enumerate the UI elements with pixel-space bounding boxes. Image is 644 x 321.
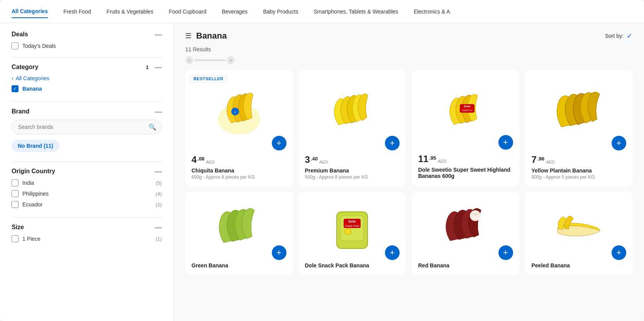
price-main-1: 4 — [192, 154, 197, 165]
brand-search-input[interactable] — [12, 120, 162, 134]
add-button-4[interactable]: + — [612, 136, 626, 150]
banana-image-2 — [325, 88, 379, 139]
svg-text:C: C — [234, 111, 236, 113]
philippines-label: Philippines — [22, 191, 49, 197]
price-main-2: 3 — [305, 154, 310, 165]
brand-collapse-icon[interactable]: — — [155, 108, 162, 115]
today-deals-filter[interactable]: Today's Deals — [12, 42, 162, 49]
add-button-2[interactable]: + — [385, 136, 400, 150]
size-title: Size — [12, 224, 24, 231]
ecuador-count: (2) — [156, 202, 162, 208]
deals-title: Deals — [12, 31, 28, 38]
origin-india[interactable]: India (5) — [12, 179, 162, 186]
banana-checkbox-checked[interactable] — [12, 85, 19, 92]
content-header: ☰ Banana Sort by: ✓ — [185, 31, 632, 41]
nav-electronics[interactable]: Electronics & A — [414, 5, 450, 18]
product-price-1: 4 .08 AED — [192, 154, 286, 165]
back-chevron-icon: ‹ — [12, 75, 14, 81]
no-brand-label: No Brand (11) — [12, 140, 59, 152]
scroll-bar — [195, 59, 225, 61]
product-image-7: + — [418, 198, 513, 260]
size-1piece[interactable]: 1 Piece (1) — [12, 235, 162, 242]
nav-fresh-food[interactable]: Fresh Food — [63, 5, 91, 18]
nav-beverages[interactable]: Beverages — [222, 5, 247, 18]
sort-bar: Sort by: ✓ — [605, 32, 632, 40]
product-card-2: + 3 .40 AED Premium Banana 500g - Approx… — [299, 70, 406, 186]
nav-all-categories[interactable]: All Categories — [12, 5, 48, 18]
divider-2 — [12, 101, 162, 102]
nav-food-cupboard[interactable]: Food Cupboard — [169, 5, 206, 18]
svg-text:Dole: Dole — [464, 105, 471, 108]
size-collapse-icon[interactable]: — — [155, 224, 162, 231]
size-header: Size — — [12, 224, 162, 231]
product-card-1: BESTSELLER C + — [185, 70, 293, 186]
app-wrapper: All Categories Fresh Food Fruits & Veget… — [0, 0, 644, 321]
origin-philippines[interactable]: Philippines (4) — [12, 190, 162, 197]
main-layout: Deals — Today's Deals Category 1 — — [0, 23, 644, 321]
product-card-8: + Peeled Banana — [525, 192, 633, 275]
nav-smartphones[interactable]: Smartphones, Tablets & Wearables — [314, 5, 398, 18]
scroll-left-icon[interactable]: ‹ — [185, 56, 193, 64]
product-desc-2: 500g - Approx 8 pieces per KG — [305, 174, 400, 180]
category-section: Category 1 — ‹ All Categories Banana — [12, 64, 162, 92]
product-grid-row2: + Green Banana Dole Snac — [185, 192, 632, 275]
divider-1 — [12, 57, 162, 57]
product-image-1: C + — [192, 76, 286, 150]
svg-text:Dole: Dole — [348, 220, 356, 223]
product-name-1: Chiquita Banana — [192, 167, 286, 174]
product-card-6: Dole Snack Pack + Dole Snack Pack Banana — [299, 192, 406, 275]
product-price-3: 11 .95 AED — [418, 154, 513, 164]
category-back[interactable]: ‹ All Categories — [12, 75, 162, 81]
product-name-5: Green Banana — [192, 262, 286, 269]
no-brand-chip[interactable]: No Brand (11) — [12, 140, 162, 152]
category-title: Category — [12, 64, 38, 71]
product-card-4: + 7 .96 AED Yellow Plantain Banana 800g … — [525, 70, 633, 186]
banana-image-1: C — [212, 88, 266, 139]
origin-collapse-icon[interactable]: — — [155, 168, 162, 175]
banana-image-5 — [212, 204, 266, 254]
product-card-3: Dole SWEETIO + 11 .95 AED Dole Sweetio S… — [412, 70, 519, 186]
category-back-label: All Categories — [16, 75, 49, 81]
svg-text:Snack Pack: Snack Pack — [345, 225, 359, 227]
product-desc-1: 600g - Approx 8 pieces per KG — [192, 174, 286, 180]
india-checkbox[interactable] — [12, 179, 19, 186]
page-title: Banana — [196, 31, 227, 41]
results-count: 11 Results — [185, 46, 632, 52]
deals-collapse-icon[interactable]: — — [155, 31, 162, 38]
philippines-checkbox[interactable] — [12, 190, 19, 197]
price-decimal-3: .95 — [429, 155, 436, 161]
origin-title: Origin Country — [12, 168, 55, 175]
price-currency-3: AED — [438, 159, 447, 164]
product-name-7: Red Banana — [418, 262, 513, 269]
origin-section: Origin Country — India (5) Philippines (… — [12, 168, 162, 208]
philippines-count: (4) — [156, 191, 162, 197]
ecuador-label: Ecuador — [22, 201, 42, 208]
price-currency-2: AED — [319, 160, 328, 164]
price-decimal-2: .40 — [311, 156, 318, 162]
category-collapse-icon[interactable]: — — [155, 64, 162, 71]
1piece-checkbox[interactable] — [12, 235, 19, 242]
banana-label: Banana — [22, 86, 42, 92]
nav-baby-products[interactable]: Baby Products — [263, 5, 298, 18]
add-button-8[interactable]: + — [612, 245, 626, 260]
product-card-7: + Red Banana — [412, 192, 519, 275]
banana-image-3: Dole SWEETIO — [439, 88, 493, 138]
add-button-7[interactable]: + — [498, 245, 513, 260]
nav-fruits-vegetables[interactable]: Fruits & Vegetables — [107, 5, 153, 18]
sort-chevron-icon: ✓ — [627, 32, 632, 40]
category-selected-item[interactable]: Banana — [12, 85, 162, 92]
product-name-6: Dole Snack Pack Banana — [305, 262, 400, 269]
add-button-1[interactable]: + — [272, 136, 286, 150]
scroll-right-icon[interactable]: › — [227, 56, 235, 64]
ecuador-checkbox[interactable] — [12, 201, 19, 208]
add-button-3[interactable]: + — [498, 135, 513, 150]
india-label: India — [22, 180, 34, 186]
svg-point-11 — [470, 210, 481, 221]
origin-ecuador[interactable]: Ecuador (2) — [12, 201, 162, 208]
search-icon: 🔍 — [149, 123, 156, 131]
add-button-5[interactable]: + — [272, 245, 286, 260]
product-image-2: + — [305, 76, 400, 150]
add-button-6[interactable]: + — [385, 245, 400, 260]
today-deals-checkbox[interactable] — [12, 42, 19, 49]
sort-dropdown[interactable]: ✓ — [627, 32, 632, 40]
